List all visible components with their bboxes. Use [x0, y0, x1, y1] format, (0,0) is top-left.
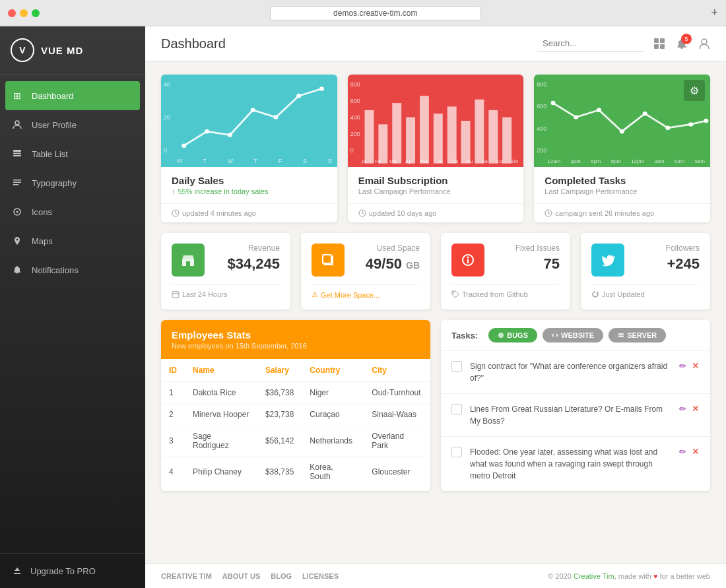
task-delete-button[interactable]: ✕	[692, 360, 700, 371]
app-wrapper: V VUE MD ⊞ Dashboard User Profile	[0, 26, 726, 588]
cell-city: Gloucester	[364, 457, 430, 488]
svg-point-42	[689, 122, 694, 126]
new-tab-button[interactable]: +	[711, 6, 718, 20]
server-tab[interactable]: SERVER	[609, 328, 666, 343]
svg-point-17	[205, 129, 209, 133]
tasks-title: Completed Tasks	[544, 175, 700, 186]
svg-rect-59	[618, 336, 624, 338]
copy-icon	[321, 253, 335, 267]
svg-rect-12	[660, 38, 665, 43]
sidebar-item-maps[interactable]: Maps	[0, 226, 145, 255]
completed-tasks-card: 800 600 400 200	[534, 75, 710, 222]
twitter-icon	[601, 253, 615, 267]
maximize-dot[interactable]	[32, 9, 40, 17]
sidebar-item-label: Maps	[32, 236, 53, 246]
task-edit-button[interactable]: ✏	[679, 361, 686, 371]
chart-x-labels: Ja Fe Ma Ap Mai Ju Jul Au Se Oc De	[361, 158, 519, 164]
typography-icon	[11, 176, 24, 189]
grid-view-button[interactable]	[653, 38, 665, 49]
task-checkbox[interactable]	[451, 404, 462, 414]
tasks-list: Sign contract for "What are conference o…	[441, 351, 710, 491]
cell-salary: $23,738	[257, 404, 302, 426]
employees-title: Employees Stats	[172, 329, 420, 341]
footer-link-creative-tim[interactable]: CREATIVE TIM	[161, 572, 212, 580]
cell-city: Sinaai-Waas	[364, 404, 430, 426]
task-delete-button[interactable]: ✕	[692, 446, 700, 457]
chart-x-labels: M T W T F S S	[177, 158, 332, 164]
email-chart: 800 600 400 200 0	[348, 75, 524, 167]
content-body: 40 20 0	[145, 61, 726, 564]
svg-rect-32	[475, 100, 484, 164]
bar-chart-svg	[348, 75, 524, 167]
upgrade-button[interactable]: Upgrade To PRO	[11, 564, 135, 577]
used-space-footer: ⚠ Get More Space...	[312, 284, 420, 299]
svg-point-15	[702, 39, 707, 44]
svg-point-22	[319, 86, 324, 90]
task-checkbox[interactable]	[451, 361, 462, 372]
sidebar-item-user-profile[interactable]: User Profile	[0, 110, 145, 139]
task-actions: ✏ ✕	[679, 403, 700, 414]
chart-x-labels: 12am 3pm 6pm 9pm 12pm 3am 6am 9am	[547, 158, 705, 164]
email-subscription-card: 800 600 400 200 0	[348, 75, 524, 222]
table-icon	[11, 147, 24, 160]
minimize-dot[interactable]	[20, 9, 28, 17]
employees-header: Employees Stats New employees on 15th Se…	[161, 320, 430, 359]
task-item: Sign contract for "What are conference o…	[441, 351, 710, 394]
daily-sales-footer: updated 4 minutes ago	[161, 203, 337, 222]
col-country: Country	[302, 359, 364, 382]
fixed-issues-value: 75	[492, 255, 560, 273]
close-dot[interactable]	[8, 9, 16, 17]
sidebar-item-label: Notifications	[32, 265, 79, 275]
svg-point-43	[704, 119, 709, 123]
dashboard-icon: ⊞	[11, 89, 24, 102]
revenue-footer: Last 24 Hours	[172, 284, 280, 298]
svg-rect-11	[654, 38, 659, 43]
task-edit-button[interactable]: ✏	[679, 404, 686, 414]
footer-link-blog[interactable]: BLOG	[271, 572, 292, 580]
bugs-tab[interactable]: BUGS	[488, 328, 537, 343]
gear-button[interactable]: ⚙	[684, 80, 705, 101]
task-delete-button[interactable]: ✕	[692, 403, 700, 414]
cell-id: 2	[161, 404, 185, 426]
sidebar-item-notifications[interactable]: Notifications	[0, 255, 145, 284]
sidebar-item-icons[interactable]: Icons	[0, 197, 145, 226]
followers-top: Followers +245	[591, 244, 700, 277]
cell-name: Sage Rodriguez	[185, 426, 257, 457]
address-bar[interactable]: demos.creative-tim.com	[270, 6, 481, 20]
brand-logo: V	[11, 38, 34, 62]
maps-icon	[11, 234, 24, 247]
tasks-chart: 800 600 400 200	[534, 75, 710, 167]
sidebar-item-label: Icons	[32, 207, 52, 217]
fixed-issues-label: Fixed Issues	[492, 244, 560, 253]
svg-point-21	[296, 94, 301, 98]
bell-icon	[11, 263, 24, 277]
footer-link-about[interactable]: ABOUT US	[222, 572, 260, 580]
search-input[interactable]	[537, 36, 643, 51]
tag-icon	[451, 290, 459, 298]
website-tab[interactable]: WEBSITE	[543, 328, 603, 343]
sidebar-item-typography[interactable]: Typography	[0, 168, 145, 197]
info-icon	[461, 253, 475, 267]
task-checkbox[interactable]	[451, 447, 462, 457]
svg-point-38	[597, 108, 601, 112]
brand-name: VUE MD	[41, 45, 83, 56]
svg-rect-28	[420, 96, 429, 163]
user-account-button[interactable]	[698, 38, 710, 49]
footer-link-licenses[interactable]: LICENSES	[302, 572, 339, 580]
sidebar-item-table-list[interactable]: Table List	[0, 139, 145, 168]
creative-tim-link[interactable]: Creative Tim	[574, 572, 614, 580]
table-row: 3Sage Rodriguez$56,142NetherlandsOverlan…	[161, 426, 430, 457]
used-space-value: 49/50 GB	[352, 255, 420, 273]
svg-rect-5	[13, 182, 21, 183]
svg-rect-29	[434, 114, 443, 163]
task-edit-button[interactable]: ✏	[679, 447, 686, 457]
notifications-button[interactable]: 5	[676, 38, 688, 49]
sidebar-item-dashboard[interactable]: ⊞ Dashboard	[5, 81, 140, 110]
fixed-issues-footer: Tracked from Github	[451, 284, 560, 298]
cell-country: Korea, South	[302, 457, 364, 488]
info-cards-row: Revenue $34,245 Last 24 Hours	[161, 233, 710, 310]
svg-point-19	[251, 108, 255, 112]
col-id: ID	[161, 359, 185, 382]
svg-point-18	[228, 133, 232, 137]
upgrade-label: Upgrade To PRO	[30, 566, 96, 576]
